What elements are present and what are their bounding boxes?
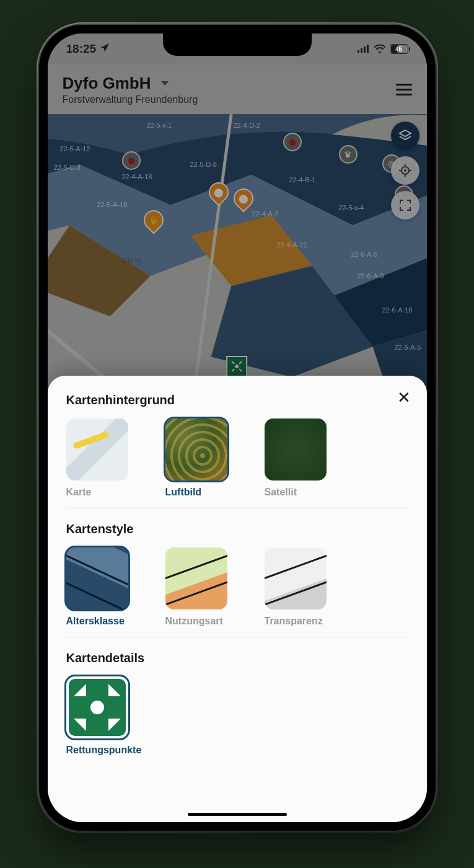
close-button[interactable]: ✕ — [397, 389, 411, 405]
location-arrow-icon — [100, 42, 110, 56]
map-settings-sheet: ✕ Kartenhintergrund Karte Luftbild Satel… — [48, 376, 427, 822]
satellit-thumbnail-icon — [265, 418, 327, 480]
rettungspunkte-thumbnail-icon — [66, 676, 128, 738]
tile-label: Satellit — [265, 487, 327, 498]
tile-label: Luftbild — [165, 487, 227, 498]
svg-rect-3 — [367, 45, 369, 53]
svg-rect-2 — [364, 46, 366, 53]
battery-icon: 45 — [390, 44, 408, 54]
tile-nutzungsart[interactable]: Nutzungsart — [165, 547, 227, 627]
karte-thumbnail-icon — [66, 418, 128, 480]
divider — [66, 508, 408, 508]
tile-transparenz[interactable]: Transparenz — [265, 547, 327, 627]
wifi-icon — [374, 42, 386, 56]
section-style: Kartenstyle Altersklasse Nutzungsart Tra… — [66, 522, 408, 637]
tile-label: Rettungspunkte — [66, 745, 142, 756]
divider — [66, 637, 408, 637]
svg-rect-1 — [361, 48, 362, 53]
tile-rettungspunkte[interactable]: Rettungspunkte — [66, 676, 142, 756]
section-details: Kartendetails Rettungspunkte — [66, 651, 408, 756]
tile-karte[interactable]: Karte — [66, 418, 128, 498]
home-indicator[interactable] — [188, 813, 287, 816]
status-time: 18:25 — [66, 42, 97, 56]
tile-label: Nutzungsart — [165, 616, 227, 627]
section-title: Kartenstyle — [66, 522, 408, 536]
tile-satellit[interactable]: Satellit — [265, 418, 327, 498]
svg-rect-0 — [358, 50, 359, 53]
tile-label: Karte — [66, 487, 128, 498]
section-title: Kartendetails — [66, 651, 408, 665]
cellular-signal-icon — [358, 42, 370, 56]
tile-label: Transparenz — [265, 616, 327, 627]
tile-luftbild[interactable]: Luftbild — [165, 418, 227, 498]
luftbild-thumbnail-icon — [165, 418, 227, 480]
transparenz-thumbnail-icon — [265, 547, 327, 609]
screen: 18:25 45 — [48, 33, 427, 822]
notch — [163, 33, 312, 56]
section-background: Kartenhintergrund Karte Luftbild Satelli… — [66, 393, 408, 508]
phone-frame: 18:25 45 — [39, 25, 436, 831]
section-title: Kartenhintergrund — [66, 393, 408, 407]
tile-label: Altersklasse — [66, 616, 128, 627]
altersklasse-thumbnail-icon — [66, 547, 128, 609]
tile-altersklasse[interactable]: Altersklasse — [66, 547, 128, 627]
nutzungsart-thumbnail-icon — [165, 547, 227, 609]
